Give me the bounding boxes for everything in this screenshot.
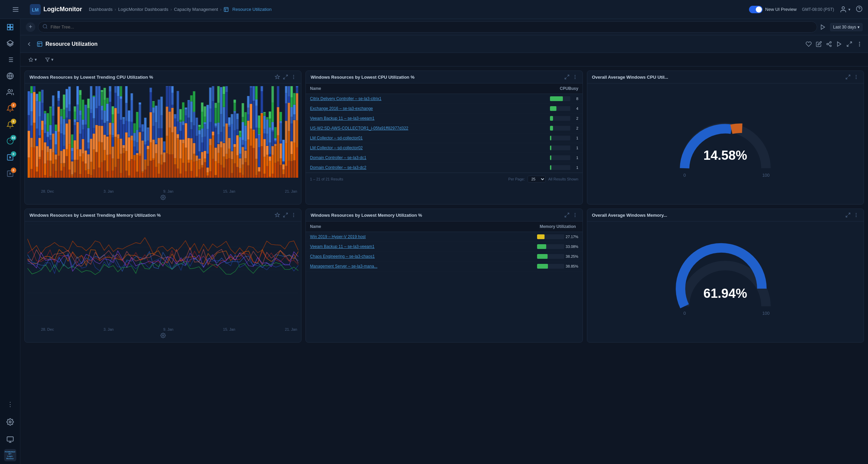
svg-line-51 xyxy=(847,44,849,46)
new-ui-toggle-wrap[interactable]: New UI Preview xyxy=(749,6,796,13)
cpu-row-bar: 2 xyxy=(546,123,583,133)
share-icon[interactable] xyxy=(826,41,832,47)
more-vert-icon2[interactable] xyxy=(572,74,578,80)
settings-icon2[interactable] xyxy=(160,333,166,338)
mem-col-util: Memory Utilization xyxy=(533,221,582,232)
fullscreen-icon[interactable] xyxy=(846,41,852,47)
widget-cpu-table-header: Windows Resources by Lowest CPU Utilizat… xyxy=(306,71,582,83)
breadcrumb-dashboards[interactable]: Dashboards xyxy=(89,7,113,12)
breadcrumb-lm-dashboards[interactable]: LogicMonitor Dashboards xyxy=(118,7,168,12)
svg-point-72 xyxy=(575,77,575,77)
svg-point-84 xyxy=(294,213,294,214)
more-vert-icon[interactable] xyxy=(291,74,296,80)
sidebar-item-alert-yellow[interactable]: 5 xyxy=(3,118,17,132)
breadcrumb-sep2: › xyxy=(171,7,172,12)
cpu-row-link[interactable]: Exchange 2016 – se-la3-exchange xyxy=(310,106,373,111)
more-icon[interactable] xyxy=(856,41,863,47)
svg-text:100: 100 xyxy=(762,173,770,178)
play-icon[interactable] xyxy=(820,24,826,30)
more-vert-icon4[interactable] xyxy=(291,212,296,218)
mem-row-link[interactable]: Chaos Engineering – se-la3-chaos1 xyxy=(310,254,375,259)
settings-icon[interactable] xyxy=(160,195,166,200)
svg-point-85 xyxy=(294,215,294,215)
logo-text: LogicMonitor xyxy=(43,6,82,13)
svg-point-44 xyxy=(830,41,831,43)
col-name: Name xyxy=(306,83,546,94)
svg-text:100: 100 xyxy=(762,311,770,316)
main-content: + Last 30 days ▾ Resource Utilization xyxy=(20,0,868,347)
star-filter[interactable]: ▾ xyxy=(26,56,40,63)
widget-cpu-trending-title: Windows Resources by Lowest Trending CPU… xyxy=(29,75,275,80)
sidebar-item-users[interactable] xyxy=(3,85,17,99)
expand-icon2[interactable] xyxy=(564,74,570,80)
expand-icon3[interactable] xyxy=(845,74,851,80)
cpu-row-bar: 1 xyxy=(546,143,583,153)
svg-line-58 xyxy=(283,77,285,79)
more-vert-icon5[interactable] xyxy=(572,212,578,218)
svg-text:0: 0 xyxy=(684,173,686,178)
play-icon2[interactable] xyxy=(836,41,842,47)
expand-icon6[interactable] xyxy=(845,212,851,218)
time-range-select[interactable]: Last 30 days ▾ xyxy=(830,23,863,31)
expand-icon[interactable] xyxy=(283,74,288,80)
cpu-row-link[interactable]: US-W2:SD-AWS-COLLECTOR1_i-05fa91ff82977d… xyxy=(310,126,408,131)
widget-cpu-gauge: Overall Average Windows CPU Util... 14.5… xyxy=(587,71,864,205)
svg-point-73 xyxy=(575,78,575,79)
cpu-table-body: Citrix Delivery Controller – se-la3-citr… xyxy=(306,94,582,173)
per-page-select[interactable]: 2550100 xyxy=(528,176,546,182)
back-button[interactable] xyxy=(26,41,33,47)
dashboard-grid: Windows Resources by Lowest Trending CPU… xyxy=(20,66,868,347)
svg-point-87 xyxy=(162,335,164,336)
widget-mem-trending-title: Windows Resources by Lowest Trending Mem… xyxy=(29,213,275,218)
mem-row-bar: 33.08% xyxy=(533,242,582,252)
add-button[interactable]: + xyxy=(26,22,35,32)
sidebar-item-list[interactable] xyxy=(3,53,17,66)
sidebar-item-alert-orange[interactable]: 2 xyxy=(3,102,17,115)
help-icon[interactable] xyxy=(856,5,863,13)
pin-icon[interactable] xyxy=(275,74,280,80)
svg-line-94 xyxy=(846,215,848,217)
sidebar-item-alert-teal[interactable]: 43 xyxy=(3,134,17,148)
expand-icon4[interactable] xyxy=(283,212,288,218)
more-vert-icon3[interactable] xyxy=(853,74,859,80)
footer-right: Per Page: 2550100 All Results Shown xyxy=(508,176,578,182)
cpu-row-link[interactable]: LM Collector – sd-collector02 xyxy=(310,146,362,150)
footer-status: All Results Shown xyxy=(548,177,578,181)
sidebar-item-layers[interactable] xyxy=(3,37,17,50)
filter-btn[interactable]: ▾ xyxy=(42,56,56,63)
expand-icon5[interactable] xyxy=(564,212,570,218)
breadcrumb-active: Resource Utilization xyxy=(232,7,272,12)
sidebar-item-settings[interactable] xyxy=(3,415,17,429)
sidebar-item-monitor[interactable] xyxy=(3,433,17,446)
sidebar-item-alert-0a[interactable]: 0 xyxy=(3,151,17,164)
svg-rect-32 xyxy=(224,7,228,12)
sidebar-toggle[interactable] xyxy=(5,6,26,13)
mem-gauge-svg: 61.94% 0 100 xyxy=(671,238,780,320)
table-row: Domain Controller – se-la3-dc21 xyxy=(306,163,582,173)
pin-icon2[interactable] xyxy=(275,212,280,218)
mem-row-link[interactable]: Veeam Backup 11 – se-la3-veeam1 xyxy=(310,244,374,249)
mem-row-link[interactable]: Win 2019 – Hyper-V 2019 host xyxy=(310,234,366,239)
cpu-row-link[interactable]: Veeam Backup 11 – se-la3-veeam1 xyxy=(310,116,374,121)
sidebar-item-globe[interactable] xyxy=(3,69,17,83)
sidebar-item-more[interactable]: ⋮ xyxy=(3,398,17,411)
cpu-row-link[interactable]: LM Collector – sd-collector01 xyxy=(310,136,362,140)
mem-row-bar: 27.17% xyxy=(533,232,582,242)
edit-icon[interactable] xyxy=(816,41,822,47)
svg-point-91 xyxy=(575,215,575,215)
cpu-row-link[interactable]: Domain Controller – se-la3-dc2 xyxy=(310,165,366,170)
new-ui-toggle[interactable] xyxy=(749,6,763,13)
badge-2: 2 xyxy=(11,102,16,108)
cpu-row-link[interactable]: Domain Controller – se-la3-dc1 xyxy=(310,155,366,160)
search-input[interactable] xyxy=(51,24,813,30)
favorite-icon[interactable] xyxy=(806,41,812,47)
mem-row-link[interactable]: Management Server – se-la3-mana... xyxy=(310,264,377,269)
table-row: Domain Controller – se-la3-dc11 xyxy=(306,153,582,163)
user-avatar[interactable]: ▾ xyxy=(840,6,850,13)
cpu-row-link[interactable]: Citrix Delivery Controller – se-la3-citr… xyxy=(310,96,381,101)
sidebar-item-grid[interactable] xyxy=(3,20,17,34)
sidebar-item-alert-0b[interactable]: 0 xyxy=(3,167,17,180)
widget-cpu-gauge-header: Overall Average Windows CPU Util... xyxy=(587,71,864,83)
more-vert-icon6[interactable] xyxy=(853,212,859,218)
breadcrumb-capacity[interactable]: Capacity Management xyxy=(174,7,218,12)
